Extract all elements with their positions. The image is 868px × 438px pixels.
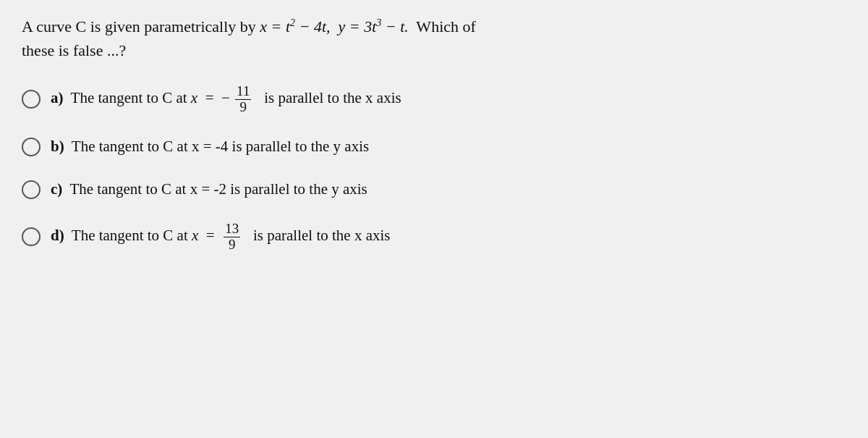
option-b[interactable]: b) The tangent to C at x = -4 is paralle… bbox=[22, 135, 846, 159]
radio-a[interactable] bbox=[22, 90, 41, 109]
fraction-a: 11 9 bbox=[235, 84, 251, 115]
question-text: A curve C is given parametrically by x =… bbox=[22, 14, 846, 62]
option-d-label: d) The tangent to C at x = 13 9 is paral… bbox=[51, 222, 390, 253]
fraction-a-num: 11 bbox=[235, 84, 251, 100]
option-b-text: The tangent to C at x = -4 is parallel t… bbox=[72, 138, 369, 155]
options-list: a) The tangent to C at x = − 11 9 is par… bbox=[22, 84, 846, 253]
radio-b[interactable] bbox=[22, 138, 41, 156]
fraction-d: 13 9 bbox=[224, 222, 240, 253]
radio-c[interactable] bbox=[22, 180, 41, 199]
fraction-a-den: 9 bbox=[238, 100, 248, 115]
fraction-d-den: 9 bbox=[227, 237, 237, 253]
option-c-text: The tangent to C at x = -2 is parallel t… bbox=[69, 180, 367, 198]
option-d[interactable]: d) The tangent to C at x = 13 9 is paral… bbox=[22, 222, 846, 253]
equation: x = t2 − 4t, y = 3t3 − t. bbox=[260, 17, 408, 35]
fraction-d-num: 13 bbox=[224, 222, 240, 237]
option-c[interactable]: c) The tangent to C at x = -2 is paralle… bbox=[22, 178, 846, 201]
option-c-label: c) The tangent to C at x = -2 is paralle… bbox=[51, 178, 367, 201]
option-b-label: b) The tangent to C at x = -4 is paralle… bbox=[51, 135, 369, 159]
radio-d[interactable] bbox=[22, 227, 41, 246]
option-a[interactable]: a) The tangent to C at x = − 11 9 is par… bbox=[22, 84, 846, 115]
question-container: A curve C is given parametrically by x =… bbox=[22, 14, 846, 253]
option-a-label: a) The tangent to C at x = − 11 9 is par… bbox=[51, 84, 401, 115]
